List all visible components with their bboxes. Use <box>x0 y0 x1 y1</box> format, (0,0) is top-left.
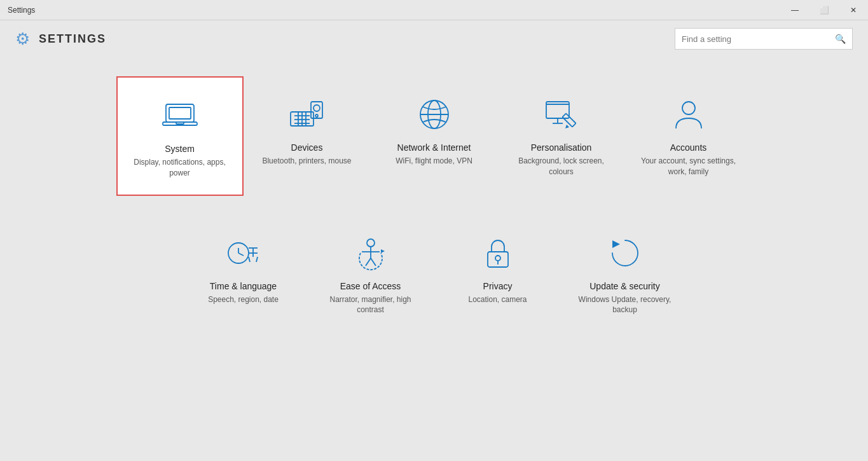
card-accounts[interactable]: Accounts Your account, sync settings, wo… <box>625 76 752 196</box>
ease-icon <box>352 234 390 272</box>
titlebar-title: Settings <box>8 6 35 15</box>
page-title: SETTINGS <box>39 32 106 46</box>
search-box[interactable]: 🔍 <box>675 28 853 50</box>
svg-line-26 <box>238 253 244 256</box>
privacy-icon <box>479 234 517 272</box>
card-privacy[interactable]: Privacy Location, camera <box>434 215 561 332</box>
search-icon: 🔍 <box>835 34 846 44</box>
card-ease[interactable]: Ease of Access Narrator, magnifier, high… <box>307 215 434 332</box>
network-icon <box>415 95 453 134</box>
network-subtitle: WiFi, flight mode, VPN <box>396 156 472 167</box>
card-personalisation[interactable]: Personalisation Background, lock screen,… <box>498 76 625 196</box>
svg-point-13 <box>315 114 318 117</box>
card-update[interactable]: Update & security Windows Update, recove… <box>561 215 689 332</box>
devices-subtitle: Bluetooth, printers, mouse <box>262 156 351 167</box>
system-subtitle: Display, notifications, apps, power <box>130 157 230 179</box>
ease-title: Ease of Access <box>340 281 401 291</box>
time-icon <box>224 234 263 272</box>
svg-line-35 <box>366 258 371 266</box>
svg-rect-11 <box>311 102 322 118</box>
ease-subtitle: Narrator, magnifier, high contrast <box>320 294 422 316</box>
settings-grid: System Display, notifications, apps, pow… <box>0 57 868 350</box>
search-input[interactable] <box>682 34 835 44</box>
svg-line-36 <box>371 258 376 266</box>
privacy-title: Privacy <box>483 281 513 291</box>
network-title: Network & Internet <box>397 142 471 153</box>
svg-marker-41 <box>612 240 620 248</box>
accounts-icon <box>670 95 708 134</box>
accounts-subtitle: Your account, sync settings, work, famil… <box>638 156 740 177</box>
svg-point-32 <box>367 239 375 247</box>
update-icon <box>606 234 644 272</box>
svg-rect-38 <box>488 252 508 267</box>
time-subtitle: Speech, region, date <box>208 294 279 305</box>
devices-icon <box>288 95 326 134</box>
system-icon <box>161 97 199 135</box>
update-title: Update & security <box>589 281 660 291</box>
svg-marker-37 <box>381 249 385 253</box>
svg-rect-1 <box>169 107 191 119</box>
svg-point-12 <box>313 105 320 111</box>
svg-point-39 <box>495 256 500 261</box>
time-title: Time & language <box>210 281 277 291</box>
card-network[interactable]: Network & Internet WiFi, flight mode, VP… <box>371 76 498 196</box>
card-time[interactable]: Time & language Speech, region, date <box>180 215 307 332</box>
header-left: ⚙ SETTINGS <box>15 29 106 49</box>
personalisation-subtitle: Background, lock screen, colours <box>511 156 612 177</box>
personalisation-icon <box>542 95 581 134</box>
header: ⚙ SETTINGS 🔍 <box>0 20 868 57</box>
devices-title: Devices <box>291 142 323 153</box>
card-system[interactable]: System Display, notifications, apps, pow… <box>116 76 244 196</box>
svg-line-30 <box>249 257 250 262</box>
privacy-subtitle: Location, camera <box>468 294 527 305</box>
grid-row-2: Time & language Speech, region, date <box>76 215 792 332</box>
svg-point-23 <box>682 102 695 114</box>
card-devices[interactable]: Devices Bluetooth, printers, mouse <box>244 76 371 196</box>
system-title: System <box>165 144 195 154</box>
svg-line-31 <box>256 257 258 262</box>
minimize-button[interactable]: — <box>780 0 809 20</box>
personalisation-title: Personalisation <box>531 142 592 153</box>
update-subtitle: Windows Update, recovery, backup <box>574 294 676 316</box>
settings-icon: ⚙ <box>15 29 30 49</box>
titlebar-controls: — ⬜ ✕ <box>780 0 868 20</box>
accounts-title: Accounts <box>670 142 707 153</box>
svg-marker-22 <box>565 125 569 128</box>
svg-rect-3 <box>176 122 184 124</box>
close-button[interactable]: ✕ <box>839 0 868 20</box>
titlebar: Settings — ⬜ ✕ <box>0 0 868 20</box>
maximize-button[interactable]: ⬜ <box>809 0 839 20</box>
grid-row-1: System Display, notifications, apps, pow… <box>76 76 792 196</box>
